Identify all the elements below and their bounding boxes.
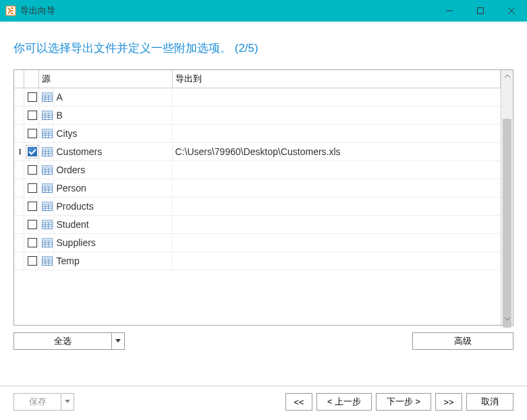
scroll-down-icon[interactable]	[501, 313, 513, 325]
source-name: A	[53, 88, 172, 106]
table-row[interactable]: Citys	[14, 124, 501, 142]
scroll-up-icon[interactable]	[501, 70, 513, 82]
column-header-export[interactable]: 导出到	[172, 70, 501, 88]
row-checkbox[interactable]	[24, 233, 38, 251]
row-checkbox[interactable]	[24, 215, 38, 233]
source-name: Products	[53, 197, 172, 215]
row-checkbox[interactable]	[24, 88, 38, 106]
source-name: Customers	[53, 142, 172, 160]
svg-rect-42	[43, 166, 53, 169]
wizard-step-description: 你可以选择导出文件并定义一些附加选项。 (2/5)	[0, 22, 527, 69]
table-row[interactable]: Person	[14, 179, 501, 197]
svg-line-6	[508, 7, 515, 14]
table-row[interactable]: A	[14, 88, 501, 106]
row-marker	[14, 106, 24, 124]
row-checkbox[interactable]	[24, 142, 38, 160]
app-icon	[5, 5, 16, 16]
select-all-button[interactable]: 全选	[13, 332, 125, 350]
svg-rect-5	[478, 8, 484, 14]
table-icon	[38, 106, 53, 124]
table-icon	[38, 88, 53, 106]
svg-rect-21	[43, 111, 53, 114]
row-marker	[14, 124, 24, 142]
source-name: Student	[53, 215, 172, 233]
table-icon	[38, 160, 53, 179]
source-name: Temp	[53, 251, 172, 270]
export-path[interactable]	[172, 106, 501, 124]
column-header-source[interactable]: 源	[38, 70, 172, 88]
advanced-button[interactable]: 高级	[412, 332, 514, 350]
export-path[interactable]: C:\Users\79960\Desktop\Customers.xls	[172, 142, 501, 160]
row-marker	[14, 233, 24, 251]
svg-rect-70	[43, 239, 53, 241]
chevron-down-icon[interactable]	[111, 332, 125, 350]
row-marker: I	[14, 142, 24, 160]
row-checkbox[interactable]	[24, 197, 38, 215]
table-icon	[38, 215, 53, 233]
save-button[interactable]: 保存	[13, 393, 74, 411]
row-marker	[14, 88, 24, 106]
source-name: Orders	[53, 160, 172, 179]
export-path[interactable]	[172, 160, 501, 179]
table-row[interactable]: Orders	[14, 160, 501, 179]
table-row[interactable]: ICustomersC:\Users\79960\Desktop\Custome…	[14, 142, 501, 160]
vertical-scrollbar[interactable]	[501, 70, 513, 325]
column-header-check[interactable]	[24, 70, 38, 88]
svg-rect-56	[43, 202, 53, 205]
row-checkbox[interactable]	[24, 106, 38, 124]
scroll-thumb[interactable]	[503, 119, 511, 328]
source-name: B	[53, 106, 172, 124]
export-path[interactable]	[172, 251, 501, 270]
row-checkbox[interactable]	[24, 124, 38, 142]
column-header-marker[interactable]	[14, 70, 24, 88]
table-icon	[38, 251, 53, 270]
chevron-down-icon[interactable]	[61, 393, 74, 411]
table-icon	[38, 233, 53, 251]
prev-button[interactable]: < 上一步	[316, 393, 372, 411]
row-marker	[14, 215, 24, 233]
row-marker	[14, 179, 24, 197]
source-name: Person	[53, 179, 172, 197]
export-path[interactable]	[172, 179, 501, 197]
row-marker	[14, 251, 24, 270]
export-table: 源 导出到 ABCitysICustomersC:\Users\79960\De…	[13, 69, 514, 326]
row-marker	[14, 160, 24, 179]
svg-rect-63	[43, 220, 53, 223]
source-name: Suppliers	[53, 233, 172, 251]
next-button[interactable]: 下一步 >	[376, 393, 431, 411]
table-row[interactable]: B	[14, 106, 501, 124]
svg-rect-14	[43, 93, 53, 96]
table-row[interactable]: Student	[14, 215, 501, 233]
row-checkbox[interactable]	[24, 251, 38, 270]
row-checkbox[interactable]	[24, 179, 38, 197]
svg-rect-28	[43, 129, 53, 132]
titlebar: 导出向导	[0, 0, 527, 22]
table-icon	[38, 124, 53, 142]
last-button[interactable]: >>	[435, 393, 462, 411]
close-button[interactable]	[496, 0, 527, 22]
export-path[interactable]	[172, 197, 501, 215]
table-row[interactable]: Temp	[14, 251, 501, 270]
source-name: Citys	[53, 124, 172, 142]
export-path[interactable]	[172, 233, 501, 251]
export-path[interactable]	[172, 215, 501, 233]
svg-line-7	[508, 7, 515, 14]
first-button[interactable]: <<	[285, 393, 312, 411]
table-icon	[38, 142, 53, 160]
table-icon	[38, 179, 53, 197]
minimize-button[interactable]	[434, 0, 465, 22]
table-icon	[38, 197, 53, 215]
export-path[interactable]	[172, 124, 501, 142]
maximize-button[interactable]	[465, 0, 496, 22]
footer: 保存 << < 上一步 下一步 > >> 取消	[0, 386, 527, 420]
window-title: 导出向导	[20, 5, 55, 17]
table-row[interactable]: Products	[14, 197, 501, 215]
svg-rect-35	[43, 148, 53, 150]
svg-rect-49	[43, 184, 53, 187]
row-checkbox[interactable]	[24, 160, 38, 179]
export-path[interactable]	[172, 88, 501, 106]
table-row[interactable]: Suppliers	[14, 233, 501, 251]
svg-rect-77	[43, 257, 53, 260]
row-marker	[14, 197, 24, 215]
cancel-button[interactable]: 取消	[466, 393, 514, 411]
